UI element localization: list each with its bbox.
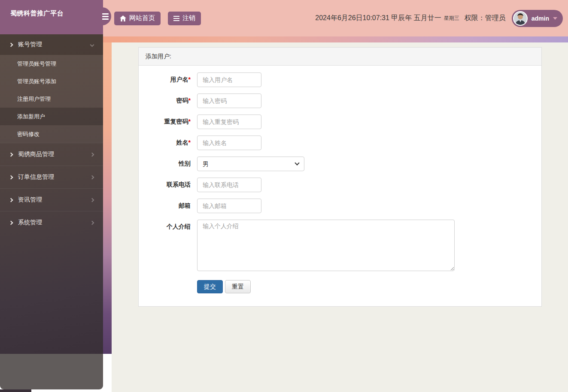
home-button[interactable]: 网站首页 <box>114 12 161 25</box>
submit-button[interactable]: 提交 <box>197 280 223 293</box>
required-mark: * <box>188 118 191 125</box>
email-field[interactable] <box>197 199 261 213</box>
name-field[interactable] <box>197 136 261 150</box>
app-title: 蜀绣科普推广平台 <box>10 9 64 18</box>
intro-field[interactable] <box>197 220 455 271</box>
label-text: 重复密码 <box>164 118 188 125</box>
hamburger-icon <box>102 13 109 20</box>
chevron-down-icon <box>90 42 94 47</box>
chevron-right-icon <box>9 42 13 47</box>
main-content: 添加用户: 用户名* 密码* 重复密码* 姓名 <box>112 42 568 392</box>
gradient-band <box>103 36 568 42</box>
chevron-right-icon <box>90 152 94 157</box>
sidebar-section-news[interactable]: 资讯管理 <box>0 188 103 211</box>
username-label: 用户名* <box>139 72 191 87</box>
chevron-right-icon <box>90 175 94 179</box>
chevron-right-icon <box>9 220 13 225</box>
sidebar-toggle-button[interactable] <box>93 7 111 25</box>
sidebar-section-products[interactable]: 蜀绣商品管理 <box>0 143 103 166</box>
form-row-gender: 性别 男 <box>139 157 541 171</box>
logout-button-label: 注销 <box>182 14 195 22</box>
name-label: 姓名* <box>139 136 191 150</box>
label-text: 性别 <box>179 160 191 167</box>
sidebar-footer-block <box>0 354 103 389</box>
sidebar-item-add-new-user[interactable]: 添加新用户 <box>0 108 103 125</box>
topbar-right: 2024年6月26日10:07:31 甲辰年 五月廿一 星期三 权限：管理员 a… <box>315 10 563 27</box>
gender-label: 性别 <box>139 157 191 171</box>
form-row-intro: 个人介绍 <box>139 220 541 273</box>
sidebar-item-admin-account-add[interactable]: 管理员账号添加 <box>0 72 103 90</box>
label-text: 用户名 <box>170 76 188 83</box>
password-field[interactable] <box>197 93 261 108</box>
sidebar-item-admin-account-manage[interactable]: 管理员账号管理 <box>0 55 103 72</box>
add-user-form: 用户名* 密码* 重复密码* 姓名* <box>139 66 541 306</box>
gender-select[interactable]: 男 <box>197 157 304 171</box>
home-button-label: 网站首页 <box>129 14 155 22</box>
repeat-password-field[interactable] <box>197 115 261 129</box>
chevron-right-icon <box>9 152 13 157</box>
home-icon <box>120 15 126 21</box>
chevron-right-icon <box>90 198 94 202</box>
sidebar-submenu-account: 管理员账号管理 管理员账号添加 注册用户管理 添加新用户 密码修改 <box>0 55 103 143</box>
username-text: admin <box>532 15 549 22</box>
repeat-password-label: 重复密码* <box>139 115 191 129</box>
form-row-name: 姓名* <box>139 136 541 150</box>
gradient-strip <box>103 42 112 354</box>
password-label: 密码* <box>139 93 191 108</box>
required-mark: * <box>188 97 191 104</box>
chevron-right-icon <box>9 198 13 202</box>
logout-button[interactable]: 注销 <box>168 12 201 25</box>
list-icon <box>173 16 179 21</box>
required-mark: * <box>188 139 191 146</box>
sidebar-section-system[interactable]: 系统管理 <box>0 211 103 234</box>
phone-label: 联系电话 <box>139 178 191 192</box>
card-title: 添加用户: <box>139 48 541 66</box>
sidebar-section-label: 资讯管理 <box>18 196 42 204</box>
sidebar-nav: 账号管理 管理员账号管理 管理员账号添加 注册用户管理 添加新用户 密码修改 蜀… <box>0 34 103 234</box>
sidebar-section-orders[interactable]: 订单信息管理 <box>0 166 103 188</box>
weekday-text: 星期三 <box>444 15 459 22</box>
sidebar-section-label: 蜀绣商品管理 <box>18 151 54 158</box>
label-text: 密码 <box>176 97 188 104</box>
sidebar: 账号管理 管理员账号管理 管理员账号添加 注册用户管理 添加新用户 密码修改 蜀… <box>0 34 103 354</box>
label-text: 联系电话 <box>167 181 191 188</box>
sidebar-header: 蜀绣科普推广平台 <box>0 0 103 34</box>
add-user-card: 添加用户: 用户名* 密码* 重复密码* 姓名 <box>138 47 542 307</box>
username-field[interactable] <box>197 72 261 87</box>
phone-field[interactable] <box>197 178 261 192</box>
topbar: 网站首页 注销 2024年6月26日10:07:31 甲辰年 五月廿一 星期三 … <box>103 0 568 36</box>
reset-button[interactable]: 重置 <box>225 280 251 293</box>
required-mark: * <box>188 76 191 83</box>
permission-text: 权限：管理员 <box>465 14 506 23</box>
datetime-text: 2024年6月26日10:07:31 甲辰年 五月廿一 <box>315 14 441 23</box>
chevron-right-icon <box>90 220 94 225</box>
form-row-phone: 联系电话 <box>139 178 541 192</box>
label-text: 邮箱 <box>179 202 191 209</box>
sidebar-section-label: 系统管理 <box>18 219 42 226</box>
sidebar-section-account[interactable]: 账号管理 <box>0 34 103 55</box>
label-text: 姓名 <box>176 139 188 146</box>
intro-label: 个人介绍 <box>139 220 191 273</box>
form-row-username: 用户名* <box>139 72 541 87</box>
chevron-right-icon <box>9 175 13 179</box>
user-menu[interactable]: admin <box>512 10 563 27</box>
form-row-repeat-password: 重复密码* <box>139 115 541 129</box>
email-label: 邮箱 <box>139 199 191 213</box>
label-text: 个人介绍 <box>167 223 191 230</box>
caret-down-icon <box>553 17 557 20</box>
form-row-email: 邮箱 <box>139 199 541 213</box>
sidebar-footer-strip <box>0 389 31 392</box>
form-actions: 提交 重置 <box>197 280 541 293</box>
sidebar-section-label: 订单信息管理 <box>18 173 54 181</box>
sidebar-item-registered-user-manage[interactable]: 注册用户管理 <box>0 90 103 108</box>
form-row-password: 密码* <box>139 93 541 108</box>
sidebar-item-password-change[interactable]: 密码修改 <box>0 125 103 143</box>
sidebar-section-label: 账号管理 <box>18 41 42 48</box>
avatar <box>513 11 528 26</box>
